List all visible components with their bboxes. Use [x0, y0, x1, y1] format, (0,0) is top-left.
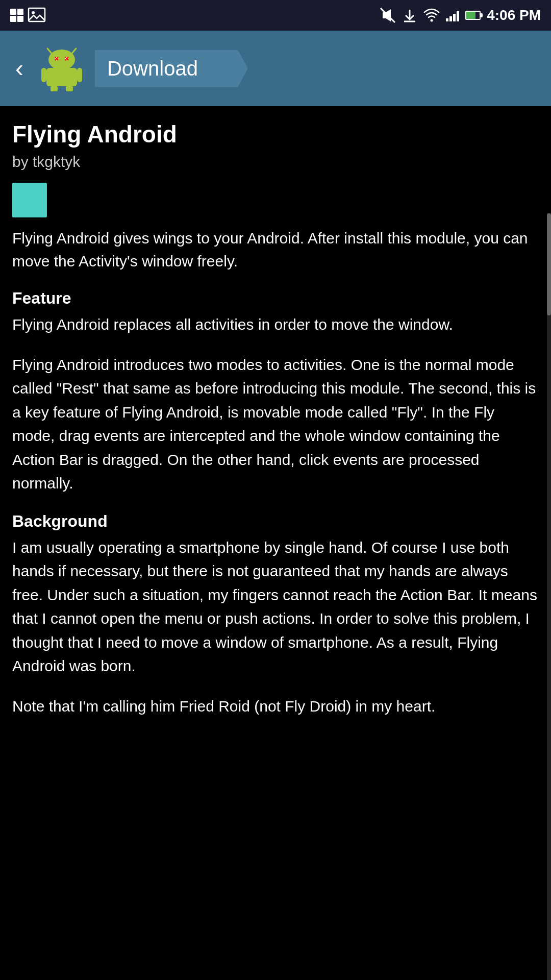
image-icon: [28, 6, 46, 24]
mute-icon: [380, 7, 396, 23]
feature-text-2: Flying Android introduces two modes to a…: [12, 353, 539, 496]
app-title: Flying Android: [12, 120, 539, 148]
svg-rect-3: [383, 12, 386, 18]
app-description: Flying Android gives wings to your Andro…: [12, 227, 539, 273]
svg-point-5: [431, 19, 433, 22]
status-bar: 4:06 PM: [0, 0, 551, 31]
scroll-thumb[interactable]: [547, 213, 551, 315]
svg-point-8: [48, 50, 75, 70]
status-left-icons: [10, 6, 46, 24]
svg-rect-0: [29, 8, 45, 21]
svg-rect-21: [66, 85, 73, 91]
svg-point-1: [32, 11, 35, 14]
toolbar-title-tab: Download: [95, 50, 248, 87]
svg-rect-20: [51, 85, 58, 91]
svg-rect-19: [77, 68, 82, 82]
main-content: Flying Android by tkgktyk Flying Android…: [0, 106, 551, 755]
status-right-icons: 4:06 PM: [380, 7, 541, 23]
feature-text-1: Flying Android replaces all activities i…: [12, 313, 539, 337]
app-author: by tkgktyk: [12, 153, 539, 170]
background-title: Background: [12, 512, 539, 531]
app-thumbnail: [12, 183, 47, 217]
svg-rect-18: [41, 68, 46, 82]
download-status-icon: [402, 8, 417, 23]
battery-icon: [465, 11, 481, 20]
background-text: I am usually operating a smartphone by s…: [12, 536, 539, 678]
signal-icon: [446, 9, 459, 21]
app-icon: [39, 45, 85, 91]
back-button[interactable]: ‹: [10, 51, 29, 86]
note-text: Note that I'm calling him Fried Roid (no…: [12, 695, 539, 719]
android-icon: [41, 45, 82, 91]
status-time: 4:06 PM: [487, 7, 541, 23]
toolbar: ‹: [0, 31, 551, 106]
wifi-icon: [423, 8, 440, 22]
grid-icon: [10, 9, 23, 22]
scroll-track[interactable]: [547, 213, 551, 980]
toolbar-title: Download: [107, 57, 198, 80]
svg-rect-17: [46, 68, 77, 86]
feature-title: Feature: [12, 289, 539, 308]
